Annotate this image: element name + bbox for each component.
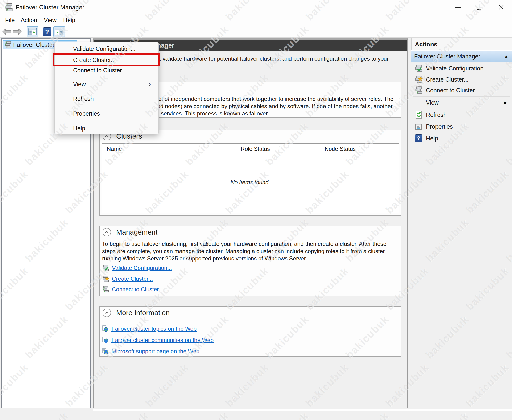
- menu-view[interactable]: View: [44, 15, 57, 25]
- show-hide-console-tree-button[interactable]: [27, 26, 38, 37]
- back-button[interactable]: [2, 27, 11, 37]
- clusters-table: Name Role Status Node Status No items fo…: [102, 143, 399, 213]
- action-view[interactable]: View ▶: [411, 97, 512, 108]
- chevron-up-icon: [105, 310, 109, 315]
- column-header-role-status[interactable]: Role Status: [236, 144, 320, 154]
- actions-panel-title: Actions: [411, 38, 512, 50]
- context-menu-properties[interactable]: Properties: [55, 109, 158, 119]
- menu-bar: File Action View Help: [0, 15, 512, 25]
- refresh-icon: [415, 111, 423, 119]
- column-separator[interactable]: [320, 144, 320, 154]
- action-connect-to-cluster[interactable]: Connect to Cluster...: [411, 85, 512, 96]
- context-menu-separator: [59, 77, 156, 77]
- console-tree-icon: [28, 28, 37, 35]
- actions-group-label: Failover Cluster Manager: [414, 53, 480, 60]
- management-title: Management: [116, 228, 158, 236]
- validate-configuration-icon: [415, 64, 423, 72]
- actions-panel: Actions Failover Cluster Manager ▲ Valid…: [411, 38, 512, 408]
- action-label: Help: [426, 135, 438, 142]
- connect-to-cluster-icon: [102, 286, 109, 293]
- action-create-cluster[interactable]: Create Cluster...: [411, 74, 512, 85]
- toolbar: ?: [0, 25, 512, 38]
- collapse-group-icon[interactable]: ▲: [504, 51, 508, 62]
- chevron-up-icon: [105, 134, 109, 139]
- help-icon: ?: [43, 27, 51, 36]
- collapse-management-button[interactable]: [103, 228, 111, 236]
- action-validate-configuration[interactable]: Validate Configuration...: [411, 63, 512, 74]
- failover-cluster-topics-link[interactable]: Failover cluster topics on the Web: [112, 325, 196, 332]
- column-separator[interactable]: [236, 144, 236, 154]
- context-menu-connect-to-cluster[interactable]: Connect to Cluster...: [55, 65, 158, 75]
- action-label: Connect to Cluster...: [426, 87, 480, 94]
- action-label: View: [426, 99, 439, 106]
- maximize-icon: [477, 5, 481, 10]
- show-hide-action-pane-button[interactable]: [53, 26, 65, 37]
- action-label: Validate Configuration...: [426, 65, 489, 72]
- context-menu-refresh[interactable]: Refresh: [55, 94, 158, 104]
- close-icon: [498, 5, 504, 10]
- microsoft-support-page-link[interactable]: Microsoft support page on the Web: [112, 348, 199, 355]
- watermark-text: bakicubuk: [504, 410, 512, 420]
- watermark-text: bakicubuk: [424, 410, 471, 420]
- cluster-icon: [4, 41, 12, 49]
- action-label: Create Cluster...: [426, 76, 469, 83]
- connect-to-cluster-icon: [415, 86, 423, 94]
- management-section-head: Management: [103, 228, 158, 236]
- app-icon: [4, 3, 13, 12]
- more-information-link-row: Failover cluster communities on the Web: [102, 337, 214, 343]
- toolbar-separator: [24, 27, 25, 36]
- minimize-button[interactable]: [451, 0, 466, 15]
- create-cluster-icon: [415, 75, 423, 83]
- close-button[interactable]: [494, 0, 509, 15]
- menu-action[interactable]: Action: [21, 15, 37, 25]
- actions-group-header[interactable]: Failover Cluster Manager ▲: [411, 50, 512, 62]
- validate-configuration-link[interactable]: Validate Configuration...: [112, 265, 172, 271]
- action-help[interactable]: ? Help: [411, 133, 512, 144]
- properties-icon: [415, 123, 423, 131]
- context-menu-separator: [59, 92, 156, 92]
- failover-cluster-communities-link[interactable]: Failover cluster communities on the Web: [112, 337, 214, 343]
- back-arrow-icon: [2, 29, 11, 35]
- empty-table-message: No items found.: [102, 179, 399, 186]
- menu-file[interactable]: File: [5, 15, 15, 25]
- more-information-title: More Information: [116, 309, 170, 317]
- watermark-text: bakicubuk: [183, 410, 231, 420]
- menu-help[interactable]: Help: [63, 15, 75, 25]
- management-link-row: Validate Configuration...: [102, 264, 172, 271]
- connect-to-cluster-link[interactable]: Connect to Cluster...: [112, 286, 163, 293]
- column-header-node-status[interactable]: Node Status: [320, 144, 399, 154]
- management-section: Management To begin to use failover clus…: [99, 225, 401, 296]
- chevron-up-icon: [105, 230, 109, 234]
- help-icon: ?: [415, 134, 423, 142]
- minimize-icon: [455, 7, 461, 8]
- column-header-name[interactable]: Name: [102, 144, 236, 154]
- management-link-row: Create Cluster...: [102, 275, 153, 282]
- action-pane-icon: [55, 28, 63, 35]
- create-cluster-link[interactable]: Create Cluster...: [112, 276, 153, 282]
- context-menu-separator: [59, 106, 156, 106]
- collapse-more-information-button[interactable]: [103, 308, 111, 317]
- actions-separator: [413, 108, 510, 108]
- submenu-arrow-icon: ▶: [504, 100, 507, 105]
- window-title: Failover Cluster Manager: [15, 0, 84, 15]
- create-cluster-icon: [102, 275, 109, 282]
- maximize-button[interactable]: [471, 0, 487, 15]
- context-menu-view[interactable]: View ›: [55, 79, 158, 89]
- help-button[interactable]: ?: [42, 27, 52, 37]
- forward-button[interactable]: [13, 27, 22, 37]
- web-globe-icon: [102, 325, 109, 332]
- more-information-section-head: More Information: [103, 308, 170, 317]
- context-menu-view-label: View: [73, 81, 86, 87]
- context-menu-help[interactable]: Help: [55, 123, 158, 133]
- action-properties[interactable]: Properties: [411, 121, 512, 132]
- watermark-text: bakicubuk: [103, 410, 151, 420]
- context-menu-validate-configuration[interactable]: Validate Configuration...: [55, 44, 158, 54]
- submenu-chevron-icon: ›: [149, 79, 151, 89]
- actions-separator: [413, 132, 510, 132]
- watermark-text: bakicubuk: [23, 410, 70, 420]
- validate-configuration-icon: [102, 264, 109, 271]
- watermark-text: bakicubuk: [343, 410, 391, 420]
- action-refresh[interactable]: Refresh: [411, 109, 512, 120]
- titlebar: Failover Cluster Manager: [0, 0, 512, 15]
- more-information-link-row: Microsoft support page on the Web: [102, 348, 199, 355]
